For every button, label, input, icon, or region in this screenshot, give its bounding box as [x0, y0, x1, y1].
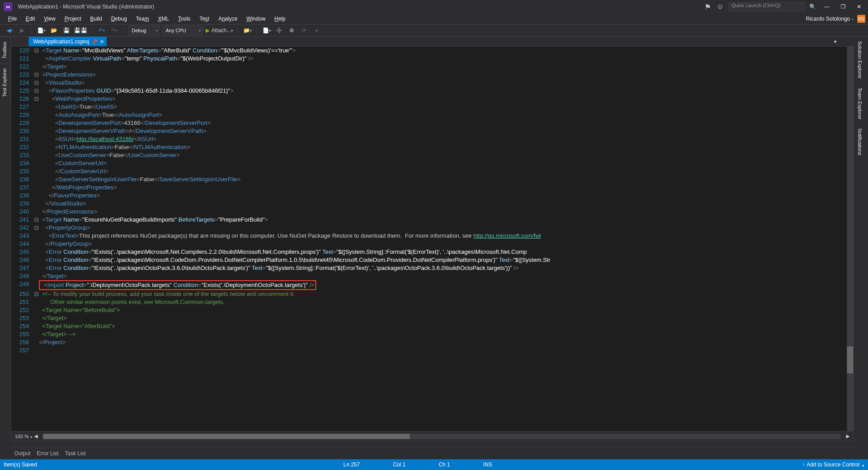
right-tool-well: Solution Explorer Team Explorer Notifica… [855, 37, 866, 160]
add-to-source-control[interactable]: Add to Source Control [802, 461, 864, 468]
undo-button[interactable]: ↶▾ [97, 26, 107, 35]
signed-in-user[interactable]: Ricardo Sotolongo [806, 16, 854, 22]
user-avatar-badge[interactable]: RS [857, 15, 865, 23]
nav-back-button[interactable]: ◀▾ [4, 26, 14, 35]
hscroll-right-icon[interactable]: ▶ [846, 433, 850, 439]
status-line: Ln 257 [344, 461, 360, 468]
document-tab[interactable]: WebApplication1.csproj 📌 ✕ [29, 37, 107, 47]
menu-file[interactable]: File [4, 15, 21, 23]
notifications-tab[interactable]: Notifications [855, 124, 864, 160]
save-all-button[interactable]: 💾💾 [74, 26, 87, 35]
close-tab-icon[interactable]: ✕ [100, 39, 104, 45]
editor-status-strip: 100 % ◀ ▶ [11, 431, 853, 441]
new-item-button[interactable]: 📄▾ [262, 26, 271, 35]
hscroll-left-icon[interactable]: ◀ [34, 433, 38, 439]
status-col: Col 1 [393, 461, 405, 468]
solution-config-dropdown[interactable]: Debug [129, 26, 160, 35]
menu-window[interactable]: Window [242, 15, 270, 23]
close-button[interactable]: ✕ [853, 2, 865, 11]
search-icon[interactable]: 🔍 [808, 2, 817, 11]
horizontal-scrollbar[interactable] [43, 434, 841, 439]
status-bar: Item(s) Saved Ln 257 Col 1 Ch 1 INS Add … [0, 459, 868, 470]
menu-xml[interactable]: XML [154, 15, 174, 23]
window-title: WebApplication1 - Microsoft Visual Studi… [18, 4, 154, 10]
vs-logo-icon: ⋈ [4, 2, 13, 11]
status-ch: Ch 1 [438, 461, 450, 468]
vertical-scrollbar[interactable] [847, 47, 853, 431]
menu-team[interactable]: Team [131, 15, 153, 23]
save-button[interactable]: 💾 [61, 26, 71, 35]
add-existing-button[interactable]: ➕ [274, 26, 284, 35]
code-editor[interactable]: 220⊟ <Target Name="MvcBuildViews" AfterT… [11, 46, 854, 441]
start-debug-button[interactable]: ▶Attach... ▾ [206, 26, 233, 35]
notifications-flag-icon[interactable]: ⚑ [703, 2, 712, 11]
tab-dropdown-icon[interactable]: ▾ [831, 37, 839, 47]
test-explorer-tab[interactable]: Test Explorer [0, 63, 9, 101]
new-project-button[interactable]: 📄▾ [36, 26, 46, 35]
menu-tools[interactable]: Tools [173, 15, 195, 23]
redo-button[interactable]: ↷▾ [109, 26, 119, 35]
solution-platform-dropdown[interactable]: Any CPU [163, 26, 203, 35]
team-explorer-tab[interactable]: Team Explorer [855, 83, 864, 124]
menu-test[interactable]: Test [195, 15, 214, 23]
minimize-button[interactable]: ― [821, 2, 833, 11]
task-list-tab[interactable]: Task List [65, 450, 86, 457]
restore-button[interactable]: ❐ [837, 2, 849, 11]
output-tab[interactable]: Output [14, 450, 30, 457]
zoom-dropdown[interactable]: 100 % [15, 434, 32, 439]
menu-build[interactable]: Build [86, 15, 107, 23]
menu-edit[interactable]: Edit [21, 15, 39, 23]
menu-debug[interactable]: Debug [107, 15, 131, 23]
menu-analyze[interactable]: Analyze [214, 15, 242, 23]
solution-explorer-tab[interactable]: Solution Explorer [855, 37, 864, 83]
standard-toolbar: ◀▾ ▶ 📄▾ 📂 💾 💾💾 ↶▾ ↷▾ Debug Any CPU ▶Atta… [0, 24, 868, 37]
feedback-icon[interactable]: ☺ [716, 2, 725, 11]
menu-help[interactable]: Help [270, 15, 290, 23]
bottom-tool-tabs: Output Error List Task List [11, 448, 854, 458]
open-file-button[interactable]: 📂 [49, 26, 59, 35]
menubar: File Edit View Project Build Debug Team … [0, 13, 868, 24]
menu-project[interactable]: Project [60, 15, 86, 23]
status-ins: INS [483, 461, 492, 468]
tab-label: WebApplication1.csproj [33, 38, 89, 45]
pin-icon[interactable]: 📌 [92, 39, 97, 44]
toolbar-overflow[interactable]: ▾ [312, 26, 322, 35]
browse-button[interactable]: 📁▾ [242, 26, 252, 35]
quick-launch-input[interactable]: Quick Launch (Ctrl+Q) [728, 2, 804, 11]
titlebar: ⋈ WebApplication1 - Microsoft Visual Stu… [0, 0, 868, 13]
show-all-button[interactable]: ⚙ [287, 26, 296, 35]
error-list-tab[interactable]: Error List [37, 450, 59, 457]
refresh-button[interactable]: ⟳ [299, 26, 309, 35]
nav-forward-button[interactable]: ▶ [17, 26, 27, 35]
left-tool-well: Toolbox Test Explorer [0, 37, 11, 101]
status-message: Item(s) Saved [4, 461, 37, 468]
toolbox-tab[interactable]: Toolbox [0, 37, 9, 63]
document-tab-well: WebApplication1.csproj 📌 ✕ ▾ [29, 37, 839, 47]
menu-view[interactable]: View [39, 15, 60, 23]
